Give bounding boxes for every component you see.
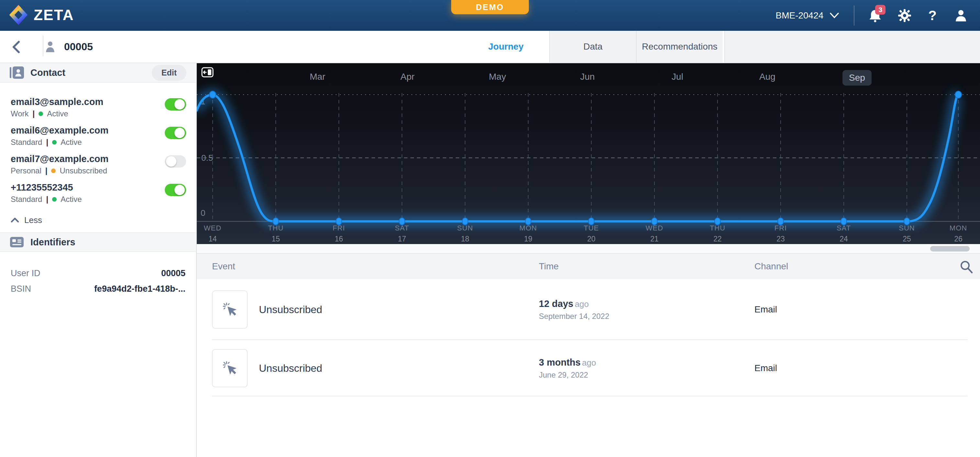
toggle-knob <box>166 156 177 166</box>
column-header-channel: Channel <box>754 254 788 279</box>
column-header-time: Time <box>539 254 558 279</box>
navbar-right-cluster: BME-20424 3 <box>775 0 967 31</box>
event-name: Unsubscribed <box>259 304 322 316</box>
contact-type: Standard <box>11 138 42 147</box>
profile-identity: 00005 <box>45 31 93 62</box>
back-button[interactable] <box>9 38 23 56</box>
event-row[interactable]: Unsubscribed 3 months ago June 29, 2022 … <box>197 340 980 396</box>
settings-button[interactable] <box>898 9 912 22</box>
profile-tabs: Journey Data Recommendations <box>463 31 723 62</box>
identifiers-section-title: Identifiers <box>30 237 75 248</box>
demo-ribbon[interactable]: DEMO <box>451 0 529 14</box>
contact-type: Personal <box>11 166 41 175</box>
toggle-knob <box>175 128 185 138</box>
account-switcher[interactable]: BME-20424 <box>775 10 840 21</box>
contact-toggle[interactable] <box>165 127 186 139</box>
show-less-link[interactable]: Less <box>11 214 196 226</box>
contact-item: email6@example.com Standard | Active <box>0 123 196 151</box>
profile-header: 00005 Journey Data Recommendations <box>0 31 980 63</box>
top-navbar: ZETA DEMO BME-20424 3 <box>0 0 980 31</box>
search-events-button[interactable] <box>959 259 974 274</box>
show-less-label: Less <box>24 215 42 225</box>
account-name: BME-20424 <box>775 10 823 21</box>
status-label: Unsubscribed <box>60 166 107 175</box>
tab-journey[interactable]: Journey <box>463 31 549 62</box>
time-date: September 14, 2022 <box>539 312 609 321</box>
identifiers-section-header: Identifiers <box>0 232 196 252</box>
collapse-panel-icon[interactable] <box>201 67 213 79</box>
contact-list: email3@sample.com Work | Active email6@e… <box>0 83 196 226</box>
row-divider <box>212 396 968 396</box>
event-icon-box <box>212 349 248 387</box>
identifier-row: BSIN fe9a94d2-fbe1-418b-... <box>0 281 196 297</box>
separator: | <box>33 109 35 118</box>
user-menu-button[interactable] <box>955 9 967 22</box>
identifier-label: User ID <box>11 268 40 278</box>
event-icon-box <box>212 291 248 329</box>
cursor-click-icon <box>221 301 238 318</box>
chevron-up-icon <box>11 217 19 223</box>
contact-section-header: Contact Edit <box>0 63 196 83</box>
contact-book-icon <box>10 66 24 79</box>
chevron-down-icon <box>829 12 840 19</box>
column-header-event: Event <box>212 254 235 279</box>
status-label: Active <box>60 138 81 147</box>
identifier-value: 00005 <box>161 268 185 278</box>
gear-icon <box>898 9 912 22</box>
search-icon <box>959 259 974 274</box>
event-channel: Email <box>754 363 777 373</box>
header-divider <box>43 35 43 56</box>
status-dot <box>51 169 56 173</box>
zeta-logo[interactable]: ZETA <box>8 4 74 26</box>
status-dot <box>52 197 57 201</box>
chart-scrollbar-track <box>197 244 980 254</box>
identifiers-list: User ID 00005 BSIN fe9a94d2-fbe1-418b-..… <box>0 252 196 297</box>
event-time: 3 months ago June 29, 2022 <box>539 357 596 380</box>
contact-toggle[interactable] <box>165 184 186 196</box>
contact-type: Standard <box>11 195 42 204</box>
status-label: Active <box>60 195 81 204</box>
status-dot <box>52 140 57 145</box>
events-table-header: Event Time Channel <box>197 254 980 279</box>
contact-type: Work <box>11 109 29 118</box>
help-button[interactable]: ? <box>928 9 937 22</box>
identifier-row: User ID 00005 <box>0 265 196 281</box>
contact-sidebar: Contact Edit email3@sample.com Work | Ac… <box>0 63 197 457</box>
time-relative: 12 days <box>539 299 573 309</box>
identifier-value: fe9a94d2-fbe1-418b-... <box>94 284 185 294</box>
person-icon <box>45 40 55 53</box>
edit-contact-button[interactable]: Edit <box>152 65 186 81</box>
cursor-click-icon <box>221 360 238 377</box>
status-label: Active <box>47 109 68 118</box>
navbar-divider <box>854 5 854 26</box>
contact-item: email7@example.com Personal | Unsubscrib… <box>0 151 196 180</box>
contact-item: +11235552345 Standard | Active <box>0 180 196 208</box>
contact-toggle[interactable] <box>165 155 186 168</box>
notification-count-badge: 3 <box>875 5 886 14</box>
contact-item: email3@sample.com Work | Active <box>0 94 196 123</box>
tab-data[interactable]: Data <box>549 31 636 62</box>
event-channel: Email <box>754 304 777 315</box>
time-date: June 29, 2022 <box>539 371 596 380</box>
journey-panel: 10.50 <box>197 63 980 457</box>
events-table-body: Unsubscribed 12 days ago September 14, 2… <box>197 279 980 396</box>
chart-scrollbar-thumb[interactable] <box>930 246 970 251</box>
identifier-label: BSIN <box>11 284 31 294</box>
notifications-button[interactable]: 3 <box>869 9 881 22</box>
journey-chart: 10.50 <box>197 63 980 244</box>
status-dot <box>38 112 43 116</box>
time-relative: 3 months <box>539 357 581 368</box>
toggle-knob <box>175 185 185 195</box>
event-row[interactable]: Unsubscribed 12 days ago September 14, 2… <box>197 279 980 340</box>
contact-toggle[interactable] <box>165 98 186 110</box>
toggle-knob <box>175 99 185 110</box>
tabs-filler <box>724 31 980 62</box>
tab-recommendations[interactable]: Recommendations <box>636 31 723 62</box>
logo-text: ZETA <box>33 6 74 24</box>
event-name: Unsubscribed <box>259 362 322 374</box>
event-time: 12 days ago September 14, 2022 <box>539 299 609 321</box>
separator: | <box>45 166 48 175</box>
user-icon <box>955 9 967 22</box>
time-ago-suffix: ago <box>582 358 596 368</box>
zeta-diamond-icon <box>8 4 29 26</box>
